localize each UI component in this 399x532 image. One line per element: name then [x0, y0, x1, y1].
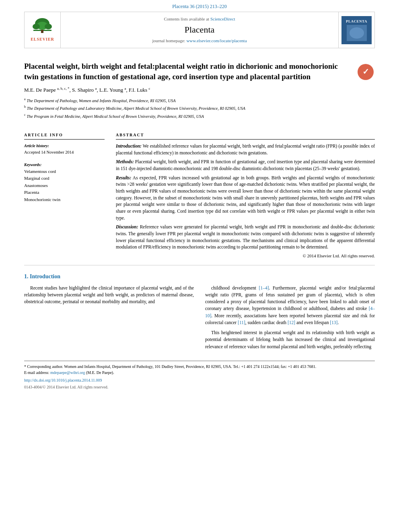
homepage-link[interactable]: www.elsevier.com/locate/placenta	[186, 38, 247, 43]
keyword-1: Velamentous cord	[24, 168, 105, 175]
intro-right-col: childhood development [1–4]. Furthermore…	[205, 285, 375, 353]
journal-header: ELSEVIER Contents lists available at Sci…	[24, 12, 375, 49]
contents-text: Contents lists available at	[164, 16, 209, 21]
section-divider	[24, 265, 375, 265]
methods-label: Methods:	[116, 159, 134, 164]
homepage-url: www.elsevier.com/locate/placenta	[186, 38, 247, 43]
corresponding-author: * Corresponding author. Women and Infant…	[24, 364, 375, 370]
intro-body: Recent studies have highlighted the clin…	[24, 285, 375, 353]
sciencedirect-link[interactable]: ScienceDirect	[210, 16, 235, 21]
crossmark-section: ✓	[357, 63, 375, 83]
abstract-discussion: Discussion: Reference values were genera…	[116, 224, 375, 251]
doi-line: http://dx.doi.org/10.1016/j.placenta.201…	[24, 377, 375, 383]
email-address: mdepaepe@wihri.org	[50, 370, 85, 375]
placenta-logo-box: PLACENTA	[341, 16, 372, 44]
intro-left-col: Recent studies have highlighted the clin…	[24, 285, 194, 353]
journal-title: Placenta	[185, 24, 215, 36]
keywords-label: Keywords:	[24, 162, 41, 167]
affiliation-a: a The Department of Pathology, Women and…	[24, 97, 375, 104]
email-suffix: (M.E. De Paepe).	[86, 370, 114, 375]
elsevier-logo: ELSEVIER	[31, 18, 54, 42]
elsevier-label: ELSEVIER	[31, 37, 54, 42]
abstract-content: Introduction: We established reference v…	[116, 143, 375, 259]
homepage-text: journal homepage:	[152, 38, 185, 43]
intro-right-para-2: This heightened interest in placental we…	[205, 329, 375, 350]
discussion-text: Reference values were generated for plac…	[116, 224, 375, 249]
abstract-intro: Introduction: We established reference v…	[116, 143, 375, 156]
intro-left-para: Recent studies have highlighted the clin…	[24, 285, 194, 306]
accepted-text: Accepted 14 November 2014	[24, 150, 74, 154]
issn-line: 0143-4004/© 2014 Elsevier Ltd. All right…	[24, 384, 375, 390]
history-section: Article history: Accepted 14 November 20…	[24, 143, 105, 156]
abstract-label: ABSTRACT	[116, 132, 375, 140]
crossmark-icon: ✓	[357, 63, 375, 81]
article-main-title: Placental weight, birth weight and fetal…	[24, 61, 375, 82]
svg-point-4	[33, 24, 40, 29]
ref-13[interactable]: [13]	[330, 320, 337, 325]
history-label: Article history:	[24, 144, 49, 148]
keyword-5: Monochorionic twin	[24, 196, 105, 203]
ref-4-10[interactable]: [4–10]	[205, 306, 375, 318]
intro-title: 1. Introduction	[24, 273, 375, 281]
email-line: E-mail address: mdepaepe@wihri.org (M.E.…	[24, 370, 375, 376]
article-info-column: ARTICLE INFO Article history: Accepted 1…	[24, 132, 105, 259]
article-info-content: Article history: Accepted 14 November 20…	[24, 143, 105, 203]
introduction-section: 1. Introduction Recent studies have high…	[24, 273, 375, 353]
footnote-section: * Corresponding author. Women and Infant…	[24, 361, 375, 390]
intro-right-para-1: childhood development [1–4]. Furthermore…	[205, 285, 375, 327]
section-title: Introduction	[30, 273, 60, 279]
abstract-column: ABSTRACT Introduction: We established re…	[116, 132, 375, 259]
contents-line: Contents lists available at ScienceDirec…	[164, 16, 235, 22]
article-info-abstract: ARTICLE INFO Article history: Accepted 1…	[24, 132, 375, 259]
svg-point-5	[45, 24, 52, 29]
sciencedirect-label: ScienceDirect	[210, 16, 235, 21]
keyword-3: Anastomoses	[24, 182, 105, 189]
email-link[interactable]: mdepaepe@wihri.org	[50, 370, 86, 375]
affiliation-b: b The Department of Pathology and Labora…	[24, 105, 375, 111]
abstract-methods: Methods: Placental weight, birth weight,…	[116, 158, 375, 172]
keywords-section: Keywords: Velamentous cord Marginal cord…	[24, 162, 105, 203]
doi-text: http://dx.doi.org/10.1016/j.placenta.201…	[24, 378, 102, 382]
article-info-label: ARTICLE INFO	[24, 132, 105, 140]
keyword-2: Marginal cord	[24, 175, 105, 182]
results-label: Results:	[116, 175, 131, 180]
placenta-logo-text: PLACENTA	[346, 19, 367, 24]
section-number: 1.	[24, 273, 30, 279]
elsevier-logo-section: ELSEVIER	[25, 12, 61, 48]
affiliation-c: c The Program in Fetal Medicine, Alpert …	[24, 113, 375, 119]
intro-label: Introduction:	[116, 144, 142, 148]
ref-11[interactable]: [11]	[238, 320, 245, 325]
keyword-4: Placenta	[24, 189, 105, 196]
authors-line: M.E. De Paepe a, b, c, *, S. Shapiro a, …	[24, 86, 375, 94]
placenta-logo-section: PLACENTA	[338, 12, 374, 48]
intro-text: We established reference values for plac…	[116, 144, 375, 155]
results-text: As expected, FPR values increased with g…	[116, 175, 375, 220]
ref-1-4[interactable]: [1–4]	[259, 286, 269, 290]
placenta-logo-image	[347, 25, 367, 41]
affiliations: a The Department of Pathology, Women and…	[24, 97, 375, 119]
keyword-list: Velamentous cord Marginal cord Anastomos…	[24, 168, 105, 203]
copyright-line: © 2014 Elsevier Ltd. All rights reserved…	[116, 253, 375, 259]
journal-ref-text: Placenta 36 (2015) 213–220	[172, 4, 227, 9]
svg-text:✓: ✓	[362, 67, 369, 76]
homepage-line: journal homepage: www.elsevier.com/locat…	[152, 38, 247, 44]
email-label: E-mail address:	[24, 370, 49, 375]
elsevier-tree-icon	[31, 18, 53, 36]
discussion-label: Discussion:	[116, 224, 138, 229]
corresponding-text: * Corresponding author. Women and Infant…	[24, 364, 316, 369]
svg-rect-3	[41, 30, 43, 33]
journal-reference: Placenta 36 (2015) 213–220	[24, 0, 375, 12]
journal-header-center: Contents lists available at ScienceDirec…	[61, 12, 338, 48]
ref-12[interactable]: [12]	[288, 320, 295, 325]
article-title-section: ✓ Placental weight, birth weight and fet…	[24, 55, 375, 127]
doi-link[interactable]: http://dx.doi.org/10.1016/j.placenta.201…	[24, 378, 102, 382]
abstract-results: Results: As expected, FPR values increas…	[116, 175, 375, 222]
svg-point-7	[350, 27, 364, 39]
methods-text: Placental weight, birth weight, and FPR …	[116, 159, 375, 171]
